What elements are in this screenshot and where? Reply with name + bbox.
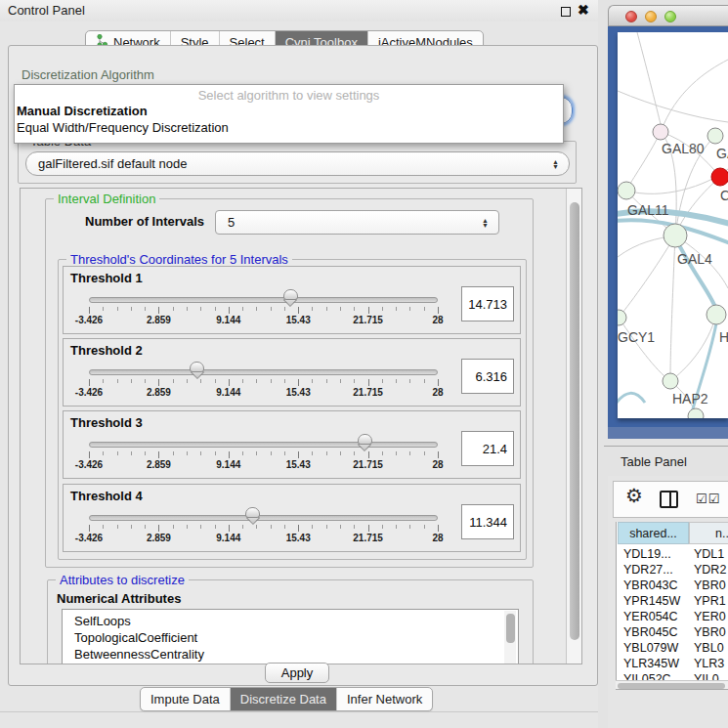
column-header-shared[interactable]: shared... — [618, 522, 689, 544]
network-node-gal4[interactable] — [664, 224, 687, 247]
bottom-divider — [0, 711, 604, 712]
threshold-4-slider-track[interactable] — [89, 515, 438, 521]
network-edge[interactable] — [637, 32, 661, 124]
table-row[interactable]: YPR145WYPR1 — [618, 593, 728, 609]
cell-name[interactable]: YBL0 — [694, 641, 724, 655]
close-icon[interactable]: ✖ — [578, 2, 589, 18]
attribute-item-betweennesscentrality[interactable]: BetweennessCentrality — [74, 646, 518, 663]
attribute-item-selfloops[interactable]: SelfLoops — [74, 613, 518, 629]
threshold-4-value-field[interactable]: 11.344 — [461, 504, 514, 539]
network-edge[interactable] — [626, 132, 661, 191]
network-node-label: H — [719, 329, 728, 345]
threshold-2-value-field[interactable]: 6.316 — [461, 359, 514, 394]
zoom-traffic-light-icon[interactable] — [664, 11, 676, 22]
slider-tick-label: -3.426 — [75, 459, 103, 470]
threshold-1-slider-track[interactable] — [89, 297, 438, 303]
slider-tick — [229, 307, 230, 314]
gear-icon[interactable]: ⚙ — [625, 484, 643, 507]
slider-tick — [438, 525, 439, 532]
cell-shared-name[interactable]: YPR145W — [623, 594, 680, 608]
slider-tick — [312, 307, 313, 311]
table-row[interactable]: YBR045CYBR0 — [618, 624, 728, 640]
cell-shared-name[interactable]: YBR045C — [623, 625, 678, 639]
slider-tick — [326, 525, 327, 529]
threshold-1-value-field[interactable]: 14.713 — [461, 286, 514, 321]
tab-infer-network[interactable]: Infer Network — [337, 688, 432, 710]
network-edge[interactable] — [619, 236, 675, 318]
slider-tick — [284, 307, 285, 311]
network-window-titlebar[interactable] — [608, 5, 728, 26]
threshold-1-slider-handle[interactable] — [283, 289, 298, 307]
table-row[interactable]: YER054CYER0 — [618, 609, 728, 624]
table-hscrollbar-thumb[interactable] — [618, 683, 725, 689]
tab-discretize-data[interactable]: Discretize Data — [231, 688, 337, 710]
minimize-traffic-light-icon[interactable] — [645, 11, 657, 22]
numerical-attributes-list[interactable]: SelfLoopsTopologicalCoefficientBetweenne… — [62, 609, 519, 664]
columns-icon[interactable] — [660, 491, 678, 508]
algorithm-option-manual-discretization[interactable]: Manual Discretization — [15, 103, 563, 119]
table-row[interactable]: YDL19...YDL1 — [618, 546, 728, 562]
cell-shared-name[interactable]: YLR345W — [623, 657, 679, 670]
threshold-3-slider-handle[interactable] — [358, 434, 372, 451]
table-hscrollbar[interactable] — [616, 680, 728, 689]
cell-name[interactable]: YBR0 — [694, 625, 726, 639]
cell-shared-name[interactable]: YDR27... — [623, 563, 673, 577]
attributes-scrollbar-thumb[interactable] — [506, 614, 515, 643]
network-canvas[interactable]: GAL80GACGAL11GAL4GCY1HHAP2 — [618, 32, 728, 418]
table-row[interactable]: YDR27...YDR2 — [618, 562, 728, 578]
cell-shared-name[interactable]: YBR043C — [623, 578, 678, 592]
checkboxes-icon[interactable]: ☑☑ — [696, 492, 720, 506]
cell-name[interactable]: YDL1 — [694, 547, 724, 561]
slider-tick — [326, 307, 327, 311]
cell-shared-name[interactable]: YBL079W — [623, 641, 678, 655]
slider-tick — [382, 379, 383, 383]
slider-tick — [326, 451, 327, 455]
table-data-combobox[interactable]: galFiltered.sif default node ▲▼ — [25, 151, 570, 176]
tab-impute-data[interactable]: Impute Data — [141, 688, 231, 710]
column-header-name[interactable]: n... — [689, 522, 728, 544]
threshold-2-slider-handle[interactable] — [190, 362, 204, 379]
network-node-gal11[interactable] — [618, 182, 635, 199]
table-row[interactable]: YBR043CYBR0 — [618, 578, 728, 593]
cell-name[interactable]: YDR2 — [694, 563, 726, 577]
threshold-1-label: Threshold 1 — [70, 271, 143, 285]
network-edge[interactable] — [619, 318, 670, 381]
threshold-3-label: Threshold 3 — [70, 415, 143, 430]
number-of-intervals-combobox[interactable]: 5 ▲▼ — [215, 210, 499, 235]
network-node-gcy1[interactable] — [618, 310, 626, 325]
cell-name[interactable]: YLR3 — [694, 657, 724, 670]
cell-shared-name[interactable]: YER054C — [623, 610, 678, 623]
slider-tick — [173, 307, 174, 311]
discretization-algorithm-group-label: Discretization Algorithm — [21, 67, 154, 82]
network-node[interactable] — [688, 408, 704, 418]
slider-tick-label: 9.144 — [216, 459, 240, 470]
settings-scrollbar-thumb[interactable] — [570, 202, 579, 640]
node-table[interactable]: shared... n... YDL19...YDL1YDR27...YDR2Y… — [616, 522, 728, 689]
network-edge[interactable] — [670, 236, 675, 381]
apply-button[interactable]: Apply — [265, 663, 329, 683]
network-node-c[interactable] — [711, 168, 728, 186]
threshold-4-slider-handle[interactable] — [245, 507, 260, 525]
network-node-h[interactable] — [707, 305, 726, 324]
network-node-ga[interactable] — [707, 128, 723, 144]
network-edge[interactable] — [618, 91, 728, 122]
cell-name[interactable]: YPR1 — [694, 594, 726, 608]
cell-name[interactable]: YBR0 — [694, 578, 726, 592]
network-node-gal80[interactable] — [653, 124, 668, 140]
application-window: Control Panel ✖ NetworkStyleSelectCyni T… — [0, 0, 728, 728]
close-traffic-light-icon[interactable] — [625, 11, 637, 22]
cell-name[interactable]: YER0 — [694, 610, 726, 623]
attribute-item-topologicalcoefficient[interactable]: TopologicalCoefficient — [74, 629, 518, 646]
network-node-hap2[interactable] — [663, 373, 678, 389]
table-row[interactable]: YLR345WYLR3 — [618, 656, 728, 671]
float-window-icon[interactable] — [561, 7, 571, 17]
threshold-2-slider-track[interactable] — [89, 369, 438, 375]
threshold-3-slider-track[interactable] — [89, 442, 438, 448]
table-row[interactable]: YBL079WYBL0 — [618, 640, 728, 656]
algorithm-option-equal-width-frequency-discretization[interactable]: Equal Width/Frequency Discretization — [15, 119, 563, 136]
settings-scrollbar[interactable] — [566, 189, 582, 664]
threshold-3-value-field[interactable]: 21.4 — [461, 431, 514, 466]
attributes-scrollbar[interactable] — [504, 611, 516, 664]
network-edge-highlighted[interactable] — [618, 393, 645, 404]
cell-shared-name[interactable]: YDL19... — [623, 547, 671, 561]
